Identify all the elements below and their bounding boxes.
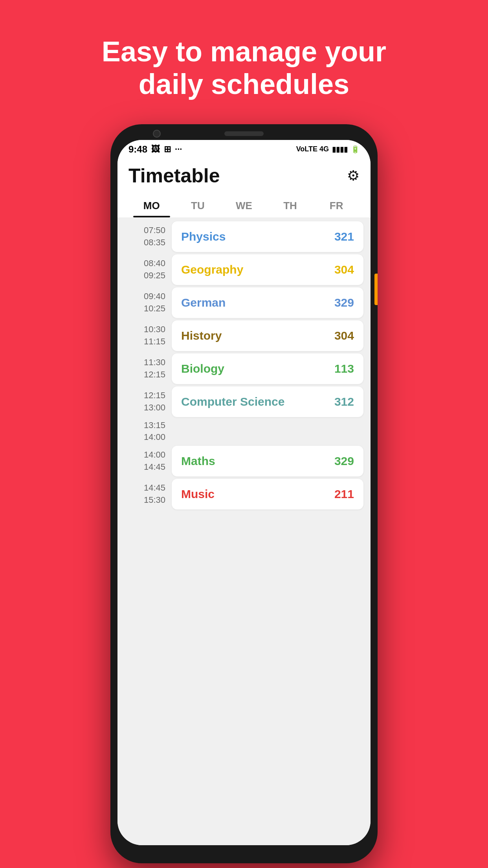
tab-wednesday[interactable]: WE	[221, 194, 267, 217]
phone-speaker	[224, 131, 264, 136]
subject-card-empty	[172, 423, 363, 440]
day-tabs: MO TU WE TH FR	[128, 194, 360, 217]
status-time: 9:48	[128, 144, 147, 155]
subject-name-history: History	[181, 329, 222, 342]
subject-name-biology: Biology	[181, 362, 224, 375]
tab-monday[interactable]: MO	[128, 194, 175, 217]
phone-top-bar	[117, 131, 371, 136]
subject-name-german: German	[181, 296, 226, 309]
schedule-row-geography: 08:40 09:25 Geography 304	[117, 254, 371, 285]
phone-device: 9:48 🖼 ⊞ ··· VoLTE 4G ▮▮▮▮ 🔋 Timetable ⚙…	[110, 124, 378, 863]
schedule-row-german: 09:40 10:25 German 329	[117, 287, 371, 318]
status-grid-icon: ⊞	[164, 144, 171, 154]
subject-name-geography: Geography	[181, 263, 243, 276]
subject-card-geography[interactable]: Geography 304	[172, 254, 363, 285]
subject-card-cs[interactable]: Computer Science 312	[172, 386, 363, 417]
side-scroll-indicator	[374, 274, 378, 305]
schedule-row-history: 10:30 11:15 History 304	[117, 320, 371, 351]
status-right: VoLTE 4G ▮▮▮▮ 🔋	[296, 145, 360, 154]
schedule-row-biology: 11:30 12:15 Biology 113	[117, 353, 371, 384]
time-block-biology: 11:30 12:15	[125, 357, 172, 381]
subject-room-history: 304	[334, 329, 354, 342]
subject-room-cs: 312	[334, 395, 354, 408]
tab-thursday[interactable]: TH	[267, 194, 314, 217]
schedule-row-empty: 13:15 14:00	[117, 419, 371, 444]
time-block-cs: 12:15 13:00	[125, 390, 172, 414]
schedule-row-physics: 07:50 08:35 Physics 321	[117, 221, 371, 252]
time-block-physics: 07:50 08:35	[125, 224, 172, 249]
app-title: Timetable	[128, 164, 220, 187]
subject-room-music: 211	[334, 487, 354, 501]
status-photo-icon: 🖼	[151, 144, 160, 154]
time-block-german: 09:40 10:25	[125, 291, 172, 315]
time-block-maths: 14:00 14:45	[125, 449, 172, 473]
time-block-history: 10:30 11:15	[125, 324, 172, 348]
subject-name-maths: Maths	[181, 454, 215, 468]
subject-room-biology: 113	[334, 362, 354, 375]
status-signal-text: VoLTE 4G	[296, 145, 329, 153]
tab-tuesday[interactable]: TU	[175, 194, 221, 217]
time-block-geography: 08:40 09:25	[125, 257, 172, 282]
status-bars-icon: ▮▮▮▮	[332, 145, 348, 154]
subject-card-music[interactable]: Music 211	[172, 479, 363, 509]
phone-screen: 9:48 🖼 ⊞ ··· VoLTE 4G ▮▮▮▮ 🔋 Timetable ⚙…	[117, 140, 371, 845]
subject-name-physics: Physics	[181, 230, 226, 243]
subject-name-music: Music	[181, 487, 215, 501]
schedule-row-cs: 12:15 13:00 Computer Science 312	[117, 386, 371, 417]
schedule-row-maths: 14:00 14:45 Maths 329	[117, 446, 371, 476]
status-left: 9:48 🖼 ⊞ ···	[128, 144, 182, 155]
time-block-empty: 13:15 14:00	[125, 419, 172, 444]
app-title-row: Timetable ⚙	[128, 164, 360, 194]
subject-room-physics: 321	[334, 230, 354, 243]
headline-line1: Easy to manage your	[102, 36, 386, 67]
subject-room-german: 329	[334, 296, 354, 309]
subject-room-maths: 329	[334, 454, 354, 468]
subject-card-physics[interactable]: Physics 321	[172, 221, 363, 252]
phone-camera	[153, 130, 161, 138]
app-headline: Easy to manage your daily schedules	[70, 35, 418, 101]
status-bar: 9:48 🖼 ⊞ ··· VoLTE 4G ▮▮▮▮ 🔋	[117, 140, 371, 157]
app-header: Timetable ⚙ MO TU WE TH FR	[117, 157, 371, 217]
subject-card-biology[interactable]: Biology 113	[172, 353, 363, 384]
subject-room-geography: 304	[334, 263, 354, 276]
schedule-list: 07:50 08:35 Physics 321 08:40 09:25 Geog…	[117, 217, 371, 845]
headline-line2: daily schedules	[139, 68, 349, 100]
status-dots-icon: ···	[175, 144, 182, 154]
time-block-music: 14:45 15:30	[125, 482, 172, 506]
tab-friday[interactable]: FR	[313, 194, 360, 217]
subject-card-german[interactable]: German 329	[172, 287, 363, 318]
schedule-row-music: 14:45 15:30 Music 211	[117, 479, 371, 509]
subject-card-history[interactable]: History 304	[172, 320, 363, 351]
settings-icon[interactable]: ⚙	[347, 167, 360, 184]
status-battery-icon: 🔋	[351, 145, 360, 154]
subject-name-cs: Computer Science	[181, 395, 284, 408]
subject-card-maths[interactable]: Maths 329	[172, 446, 363, 476]
